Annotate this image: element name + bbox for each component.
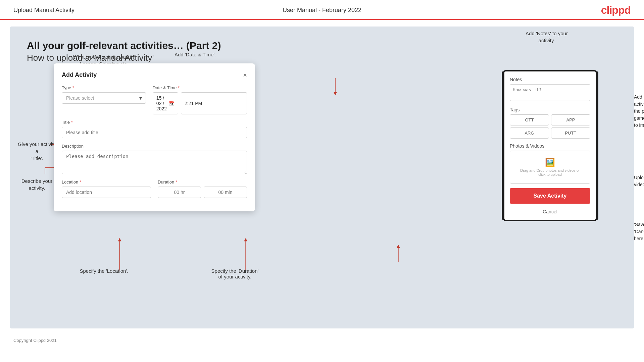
description-textarea[interactable] xyxy=(62,151,247,174)
save-activity-button[interactable]: Save Activity xyxy=(510,188,590,204)
phone-left-bar xyxy=(502,71,504,220)
description-row: Description xyxy=(62,144,247,174)
title-label: Title * xyxy=(62,120,247,125)
phone-mockup: Notes Tags OTT APP ARG PUTT Photos & Vid… xyxy=(503,70,597,221)
photos-drop-text: Drag and Drop photos and videos or click… xyxy=(513,168,587,176)
logo: clippd xyxy=(601,4,631,16)
time-input[interactable] xyxy=(181,92,247,114)
type-group: Type * Please select xyxy=(62,85,146,114)
notes-textarea[interactable] xyxy=(510,84,590,101)
location-group: Location * xyxy=(62,179,151,198)
svg-marker-18 xyxy=(397,245,400,248)
description-group: Description xyxy=(62,144,247,174)
tags-grid: OTT APP ARG PUTT xyxy=(510,114,590,139)
notes-annotation: Add 'Notes' to your activity. xyxy=(513,30,580,44)
duration-annotation: Specify the 'Duration' of your activity. xyxy=(198,268,272,279)
right-panel: Add 'Notes' to your activity. Add a 'Tag… xyxy=(493,47,627,221)
svg-marker-16 xyxy=(334,92,337,95)
close-button[interactable]: × xyxy=(243,72,247,79)
duration-min-input[interactable] xyxy=(204,187,247,198)
save-cancel-annotation: 'Save Activity' or 'Cancel' your changes… xyxy=(634,221,644,242)
location-annotation: Specify the 'Location'. xyxy=(70,268,138,274)
phone-right-bar xyxy=(596,71,598,220)
svg-marker-14 xyxy=(244,238,247,241)
photos-drop-zone[interactable]: 🖼️ Drag and Drop photos and videos or cl… xyxy=(510,151,590,184)
add-activity-modal: Add Activity × Type * Please select xyxy=(54,63,255,211)
tag-ott[interactable]: OTT xyxy=(510,114,549,125)
date-value: 15 / 02 / 2022 xyxy=(156,95,167,111)
title-group: Title * xyxy=(62,120,247,138)
type-select[interactable]: Please select xyxy=(62,92,146,104)
photos-icon: 🖼️ xyxy=(513,158,587,167)
duration-hr-input[interactable] xyxy=(158,187,201,198)
modal-title: Add Activity xyxy=(62,71,97,79)
tag-arg[interactable]: ARG xyxy=(510,127,549,139)
footer: Copyright Clippd 2021 xyxy=(0,335,644,346)
notes-label: Notes xyxy=(510,77,590,82)
type-label: Type * xyxy=(62,85,146,90)
copyright: Copyright Clippd 2021 xyxy=(13,338,57,343)
description-label: Description xyxy=(62,144,247,149)
photos-section: Photos & Videos 🖼️ Drag and Drop photos … xyxy=(510,143,590,184)
tag-putt[interactable]: PUTT xyxy=(551,127,590,139)
type-select-wrapper[interactable]: Please select xyxy=(62,92,146,104)
modal-header: Add Activity × xyxy=(62,71,247,79)
svg-marker-12 xyxy=(118,238,121,241)
date-time-annotation: Add 'Date & Time'. xyxy=(175,52,216,57)
page-title: Upload Manual Activity xyxy=(13,7,75,14)
notes-section: Notes xyxy=(510,77,590,102)
duration-label: Duration * xyxy=(158,179,247,185)
main-content: All your golf-relevant activities… (Part… xyxy=(10,27,634,328)
photos-label: Photos & Videos xyxy=(510,143,590,149)
title-input[interactable] xyxy=(62,127,247,138)
title-row: Title * xyxy=(62,120,247,138)
location-duration-row: Location * Duration * xyxy=(62,179,247,198)
location-label: Location * xyxy=(62,179,151,185)
manual-title: User Manual - February 2022 xyxy=(283,7,361,14)
tag-app[interactable]: APP xyxy=(551,114,590,125)
datetime-group: Date & Time * 15 / 02 / 2022 📅 xyxy=(153,85,247,114)
duration-group: Duration * xyxy=(158,179,247,198)
tags-label: Tags xyxy=(510,107,590,112)
top-bar: Upload Manual Activity User Manual - Feb… xyxy=(0,0,644,20)
location-input[interactable] xyxy=(62,187,151,198)
title-annotation: Give your activity a 'Title'. xyxy=(17,141,57,162)
calendar-icon[interactable]: 📅 xyxy=(169,101,175,106)
datetime-inputs: 15 / 02 / 2022 📅 xyxy=(153,92,247,114)
upload-annotation: Upload a photo or video to the activity. xyxy=(634,174,644,188)
tags-section: Tags OTT APP ARG PUTT xyxy=(510,107,590,139)
datetime-label: Date & Time * xyxy=(153,85,247,90)
modal-wrapper: Add Activity × Type * Please select xyxy=(54,63,255,211)
cancel-link[interactable]: Cancel xyxy=(510,209,590,214)
tag-annotation: Add a 'Tag' to your activity to link it … xyxy=(634,94,644,129)
duration-inputs xyxy=(158,187,247,198)
date-input[interactable]: 15 / 02 / 2022 📅 xyxy=(153,92,178,114)
describe-annotation: Describe your activity. xyxy=(17,177,57,192)
type-datetime-row: Type * Please select Date & Time * 15 xyxy=(62,85,247,114)
